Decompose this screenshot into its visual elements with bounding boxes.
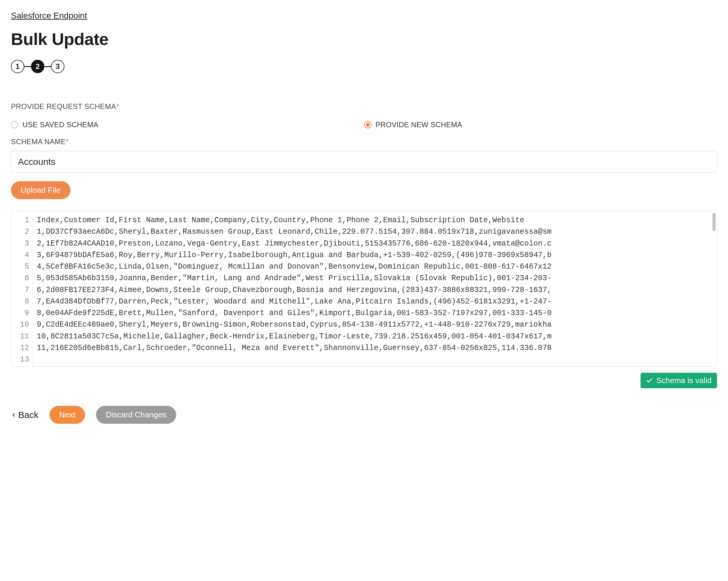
code-line[interactable]: 8,0e04AFde9f225dE,Brett,Mullen,"Sanford,… [37,307,712,319]
code-editor[interactable]: 12345678910111213 Index,Customer Id,Firs… [11,211,717,367]
code-gutter: 12345678910111213 [11,211,32,366]
radio-icon [11,121,18,129]
code-line[interactable]: 7,EA4d384DfDbBf77,Darren,Peck,"Lester, W… [37,296,712,307]
schema-valid-text: Schema is valid [656,376,711,385]
radio-use-saved-label: USE SAVED SCHEMA [23,120,98,129]
schema-name-label: SCHEMA NAME* [11,138,717,146]
code-line[interactable]: 4,5Cef8BFA16c5e3c,Linda,Olsen,"Dominguez… [37,261,712,273]
required-asterisk: * [116,102,119,110]
schema-radio-group: USE SAVED SCHEMA PROVIDE NEW SCHEMA [11,120,717,129]
schema-valid-badge: Schema is valid [641,373,717,388]
step-separator [24,66,31,67]
vertical-scrollbar[interactable] [712,213,716,231]
radio-icon [364,121,371,129]
page-title: Bulk Update [11,29,717,49]
request-schema-label: PROVIDE REQUEST SCHEMA* [11,102,717,111]
schema-name-label-text: SCHEMA NAME [11,138,66,146]
upload-file-button[interactable]: Upload File [11,181,71,199]
radio-use-saved-schema[interactable]: USE SAVED SCHEMA [11,120,364,129]
step-separator [44,66,51,67]
breadcrumb[interactable]: Salesforce Endpoint [11,11,87,20]
radio-provide-new-label: PROVIDE NEW SCHEMA [376,120,462,129]
code-line[interactable]: 6,2d08FB17EE273F4,Aimee,Downs,Steele Gro… [37,284,712,296]
code-line[interactable]: 5,053d585Ab6b3159,Joanna,Bender,"Martin,… [37,273,712,284]
stepper: 1 2 3 [11,60,717,73]
code-body[interactable]: Index,Customer Id,First Name,Last Name,C… [32,211,717,366]
step-1[interactable]: 1 [11,60,24,73]
discard-changes-button[interactable]: Discard Changes [96,406,176,424]
radio-provide-new-schema[interactable]: PROVIDE NEW SCHEMA [364,120,718,129]
code-line[interactable]: 2,1Ef7b82A4CAAD10,Preston,Lozano,Vega-Ge… [37,238,712,250]
horizontal-scrollbar-track[interactable] [42,361,715,365]
code-line[interactable]: 9,C2dE4dEEc489ae0,Sheryl,Meyers,Browning… [37,319,712,331]
code-line[interactable]: 10,8C2811a503C7c5a,Michelle,Gallagher,Be… [37,331,712,342]
back-button[interactable]: Back [11,410,38,420]
code-line[interactable]: 11,216E205d6eBb815,Carl,Schroeder,"Oconn… [37,342,712,354]
required-asterisk: * [66,138,69,146]
request-schema-label-text: PROVIDE REQUEST SCHEMA [11,102,116,110]
next-button[interactable]: Next [50,406,85,424]
code-line[interactable]: Index,Customer Id,First Name,Last Name,C… [37,215,712,226]
code-line[interactable]: 1,DD37Cf93aecA6Dc,Sheryl,Baxter,Rasmusse… [37,226,712,238]
footer-actions: Back Next Discard Changes [11,406,717,424]
schema-name-input[interactable] [11,151,717,173]
back-label: Back [18,410,38,420]
step-3[interactable]: 3 [51,60,64,73]
step-2[interactable]: 2 [31,60,44,73]
check-icon [646,377,653,384]
chevron-left-icon [11,412,17,418]
code-line[interactable]: 3,6F94879bDAfE5a6,Roy,Berry,Murillo-Perr… [37,250,712,261]
